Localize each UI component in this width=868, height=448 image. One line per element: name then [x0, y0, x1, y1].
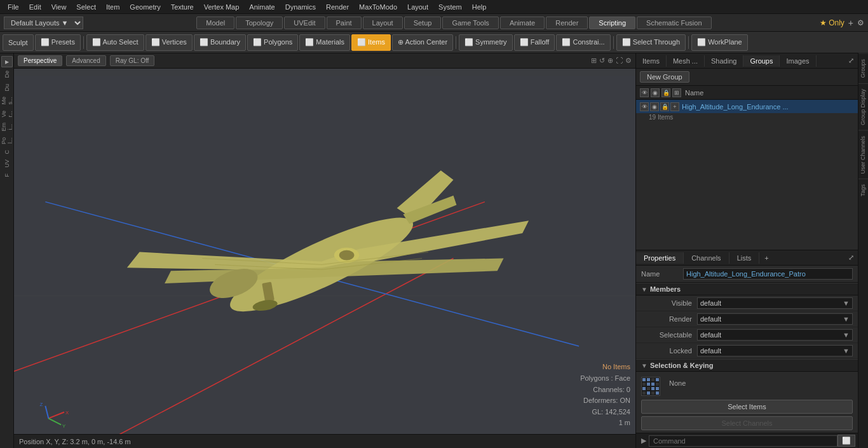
sidebar-label-de[interactable]: De: [3, 68, 11, 81]
tab-images[interactable]: Images: [780, 55, 816, 67]
vp-tab-perspective[interactable]: Perspective: [18, 55, 62, 66]
add-layout-button[interactable]: +: [848, 18, 853, 28]
star-icon[interactable]: ★ Only: [820, 18, 844, 27]
menu-system[interactable]: System: [433, 2, 467, 12]
menu-edit[interactable]: Edit: [24, 2, 46, 12]
menu-vertexmap[interactable]: Vertex Map: [199, 2, 245, 12]
settings-icon[interactable]: ⚙: [857, 18, 864, 27]
render-dropdown-icon[interactable]: ▼: [843, 315, 850, 323]
tab-groups[interactable]: Groups: [743, 55, 780, 67]
menu-item[interactable]: Item: [101, 2, 125, 12]
tab-shading[interactable]: Shading: [705, 55, 743, 67]
tab-animate[interactable]: Animate: [500, 17, 545, 29]
materials-button[interactable]: ⬜ Materials: [299, 34, 350, 51]
sculpt-button[interactable]: Sculpt: [3, 34, 34, 51]
falloff-button[interactable]: ⬜ Falloff: [514, 34, 555, 51]
viewport[interactable]: Perspective Advanced Ray GL: Off ⊞ ↺ ⊕ ⛶…: [14, 53, 635, 448]
tab-gametools[interactable]: Game Tools: [442, 17, 499, 29]
sidebar-label-c[interactable]: C: [3, 147, 11, 157]
selectable-select[interactable]: default ▼: [697, 329, 853, 341]
tab-mesh[interactable]: Mesh ...: [667, 55, 705, 67]
vp-icon-reset[interactable]: ↺: [599, 57, 605, 65]
visible-select[interactable]: default ▼: [697, 297, 853, 309]
menu-geometry[interactable]: Geometry: [125, 2, 165, 12]
cmd-arrow-icon[interactable]: ▶: [639, 437, 649, 445]
props-tab-properties[interactable]: Properties: [636, 252, 684, 264]
vtab-groups[interactable]: Groups: [858, 53, 868, 83]
vp-icon-frame[interactable]: ⛶: [616, 57, 623, 65]
eye-icon[interactable]: 👁: [640, 88, 649, 97]
vp-icon-zoom[interactable]: ⊕: [607, 57, 613, 65]
menu-file[interactable]: File: [3, 2, 24, 12]
command-input[interactable]: [649, 435, 837, 447]
sidebar-label-po[interactable]: Pol...: [0, 135, 15, 147]
expand-panel-icon[interactable]: ⤢: [844, 55, 858, 67]
viewport-canvas[interactable]: X Y Z No Items Polygons : Face Channels:…: [14, 69, 635, 448]
tab-paint[interactable]: Paint: [327, 17, 362, 29]
item-eye-icon[interactable]: 👁: [640, 102, 649, 111]
expand-icon[interactable]: ⊞: [672, 88, 681, 97]
tab-uvedit[interactable]: UVEdit: [284, 17, 325, 29]
menu-select[interactable]: Select: [71, 2, 101, 12]
sidebar-label-uv[interactable]: UV: [3, 157, 11, 170]
polygons-button[interactable]: ⬜ Polygons: [247, 34, 298, 51]
sidebar-label-ve[interactable]: Ver...: [0, 108, 15, 120]
presets-button[interactable]: ⬜ Presets: [35, 34, 81, 51]
vp-icon-settings[interactable]: ⚙: [625, 57, 632, 65]
render-select[interactable]: default ▼: [697, 313, 853, 325]
visible-dropdown-icon[interactable]: ▼: [843, 299, 850, 307]
props-tab-lists[interactable]: Lists: [729, 252, 760, 264]
tab-model[interactable]: Model: [196, 17, 234, 29]
sidebar-label-me[interactable]: Mes...: [0, 94, 15, 107]
tab-topology[interactable]: Topology: [236, 17, 283, 29]
cmd-end-button[interactable]: ⬜: [837, 435, 855, 447]
symmetry-button[interactable]: ⬜ Symmetry: [459, 34, 513, 51]
locked-select[interactable]: default ▼: [697, 345, 853, 356]
vtab-group-display[interactable]: Group Display: [858, 83, 868, 130]
render-icon[interactable]: ◉: [651, 88, 660, 97]
select-through-button[interactable]: ⬜ Select Through: [616, 34, 686, 51]
tab-render[interactable]: Render: [546, 17, 588, 29]
lock-icon[interactable]: 🔒: [661, 88, 670, 97]
selectable-dropdown-icon[interactable]: ▼: [843, 331, 850, 339]
select-channels-button[interactable]: Select Channels: [641, 416, 853, 430]
constraints-button[interactable]: ⬜ Constrai...: [556, 34, 610, 51]
vertices-button[interactable]: ⬜ Vertices: [146, 34, 193, 51]
sidebar-label-du[interactable]: Du: [3, 81, 11, 94]
item-expand-icon[interactable]: +: [670, 102, 679, 111]
menu-help[interactable]: Help: [467, 2, 492, 12]
workplane-button[interactable]: ⬜ WorkPlane: [691, 34, 748, 51]
auto-select-button[interactable]: ⬜ Auto Select: [86, 34, 144, 51]
sidebar-label-f[interactable]: F: [3, 171, 11, 180]
vp-tab-advanced[interactable]: Advanced: [66, 55, 105, 66]
sidebar-label-em[interactable]: Emi...: [0, 120, 15, 134]
props-tab-add[interactable]: +: [759, 252, 773, 264]
tab-schematic[interactable]: Schematic Fusion: [637, 17, 711, 29]
layout-dropdown[interactable]: Default Layouts ▼: [4, 17, 83, 29]
locked-dropdown-icon[interactable]: ▼: [843, 347, 850, 355]
tab-setup[interactable]: Setup: [404, 17, 442, 29]
boundary-button[interactable]: ⬜ Boundary: [194, 34, 246, 51]
vtab-user-channels[interactable]: User Channels: [858, 130, 868, 179]
select-items-button[interactable]: Select Items: [641, 400, 853, 414]
sidebar-toggle[interactable]: ▶: [1, 56, 13, 67]
name-field-input[interactable]: [683, 268, 853, 280]
menu-layout[interactable]: Layout: [402, 2, 433, 12]
sel-keying-arrow-icon[interactable]: ▼: [641, 362, 648, 369]
new-group-button[interactable]: New Group: [640, 71, 689, 83]
item-render-icon[interactable]: ◉: [650, 102, 659, 111]
members-arrow-icon[interactable]: ▼: [641, 286, 648, 293]
menu-animate[interactable]: Animate: [244, 2, 280, 12]
menu-view[interactable]: View: [46, 2, 72, 12]
menu-maxtomodo[interactable]: MaxToModo: [354, 2, 402, 12]
action-center-button[interactable]: ⊕ Action Center: [392, 34, 453, 51]
vp-tab-raygl[interactable]: Ray GL: Off: [110, 55, 155, 66]
vp-icon-grid[interactable]: ⊞: [591, 57, 597, 65]
props-tab-channels[interactable]: Channels: [684, 252, 729, 264]
tab-layout[interactable]: Layout: [363, 17, 403, 29]
group-list-item[interactable]: 👁 ◉ 🔒 + High_Altitude_Long_Endurance ...: [636, 100, 858, 114]
item-lock-icon[interactable]: 🔒: [660, 102, 669, 111]
vtab-tags[interactable]: Tags: [858, 179, 868, 201]
menu-dynamics[interactable]: Dynamics: [280, 2, 321, 12]
tab-items[interactable]: Items: [636, 55, 667, 67]
